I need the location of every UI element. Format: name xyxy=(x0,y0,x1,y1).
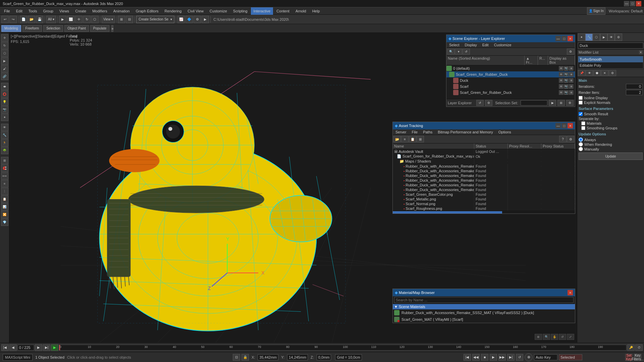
object-name-input[interactable] xyxy=(578,43,643,49)
prev-frame-btn[interactable]: ◀ xyxy=(9,344,17,351)
minimize-button[interactable]: — xyxy=(624,1,629,6)
maximize-viewport-button[interactable]: ⤢ xyxy=(567,334,574,340)
playback-next-frame[interactable]: ▶| xyxy=(507,354,515,361)
rotate-button[interactable]: ↻ xyxy=(83,16,91,23)
se-menu-display[interactable]: Display xyxy=(462,42,480,48)
link-tool[interactable]: 🔗 xyxy=(1,73,8,80)
display-panel[interactable]: 👁 xyxy=(1,124,8,131)
menu-file[interactable]: File xyxy=(1,7,13,15)
editable-poly-modifier[interactable]: Editable Poly xyxy=(578,62,643,68)
se-row-3[interactable]: Scarf 👁 📷 ❄ xyxy=(446,83,575,89)
explicit-normals-checkbox[interactable] xyxy=(579,101,583,105)
motion-panel[interactable]: 🏃 xyxy=(1,139,8,146)
at-row-img7[interactable]: ▪ Scarf_Green_BaseColor.png Found xyxy=(393,192,575,197)
at-settings-btn[interactable]: ⚙ xyxy=(567,136,574,142)
update-button[interactable]: Update xyxy=(579,153,643,160)
se-menu-customize[interactable]: Customize xyxy=(491,42,514,48)
mirror-button[interactable]: ⊟ xyxy=(126,16,133,23)
menu-content[interactable]: Content xyxy=(274,7,292,15)
scene-explorer-minimize-btn[interactable]: — xyxy=(555,36,561,41)
modify-panel-btn[interactable]: 🔧 xyxy=(585,34,593,41)
at-row-img1[interactable]: ▪ Rubber_Duck_with_Accessories_Remake_Gl… xyxy=(393,164,575,169)
at-maximize-btn[interactable]: □ xyxy=(561,123,567,128)
at-menu-file[interactable]: File xyxy=(409,129,420,135)
at-row-img8[interactable]: ▪ Scarf_Metallic.png Found xyxy=(393,197,575,201)
play-btn[interactable]: ▶ xyxy=(51,344,58,351)
turbosmooth-modifier[interactable]: TurboSmooth xyxy=(578,56,643,62)
menu-graph-editors[interactable]: Graph Editors xyxy=(133,7,161,15)
time-config-btn[interactable]: ⏱ xyxy=(635,344,643,351)
se-vis-btn-1[interactable]: 👁 xyxy=(559,72,564,77)
mb-search-input[interactable] xyxy=(394,297,574,303)
at-menu-server[interactable]: Server xyxy=(393,129,409,135)
at-close-btn[interactable]: ✕ xyxy=(568,123,573,128)
key-mode-btn[interactable]: 🔑 xyxy=(627,344,635,351)
zoom-button[interactable]: 🔍 xyxy=(543,334,550,340)
key-filters-button[interactable]: Key Filters... xyxy=(634,354,641,361)
maximize-button[interactable]: □ xyxy=(630,1,635,6)
at-row-img6[interactable]: ▪ Rubber_Duck_with_Accessories_Remake_SS… xyxy=(393,187,575,192)
hierarchy-panel-btn[interactable]: ⬡ xyxy=(593,34,600,41)
schematic[interactable]: 🔀 xyxy=(1,211,8,218)
at-row-img3[interactable]: ▪ Rubber_Duck_with_Accessories_Remake_Ov… xyxy=(393,173,575,178)
isoline-checkbox[interactable] xyxy=(579,96,583,100)
open-button[interactable]: 📂 xyxy=(28,16,35,23)
se-row-4[interactable]: Scarf_Green_for_Rubber_Duck 👁 📷 ❄ xyxy=(446,89,575,96)
always-radio[interactable] xyxy=(579,137,583,142)
select-region-button[interactable]: ⬜ xyxy=(67,16,74,23)
select-object-button[interactable]: ▶ xyxy=(59,16,66,23)
align-tool[interactable]: ≡ xyxy=(1,180,8,187)
at-minimize-btn[interactable]: — xyxy=(555,123,561,128)
modeling-tab[interactable]: Modeling xyxy=(1,25,21,32)
when-rendering-radio[interactable] xyxy=(579,142,583,146)
make-unique-btn[interactable]: ⬟ xyxy=(593,70,601,76)
menu-customize[interactable]: Customize xyxy=(207,7,230,15)
smoothing-groups-checkbox[interactable] xyxy=(581,126,585,130)
snap-toggle[interactable]: 🧲 xyxy=(1,165,8,172)
playback-btn-2[interactable]: 🔒 xyxy=(241,354,249,361)
smooth-result-checkbox[interactable] xyxy=(579,112,583,116)
playback-loop[interactable]: ↺ xyxy=(516,354,523,361)
paint-tool[interactable]: 🖌 xyxy=(1,65,8,72)
menu-group[interactable]: Group xyxy=(40,7,56,15)
at-help-btn[interactable]: ? xyxy=(559,136,567,142)
menu-interactive[interactable]: Interactive xyxy=(251,7,273,15)
at-row-img2[interactable]: ▪ Rubber_Duck_with_Accessories_Remake_No… xyxy=(393,169,575,173)
selection-tab[interactable]: Selection xyxy=(43,25,63,32)
menu-rendering[interactable]: Rendering xyxy=(162,7,184,15)
se-vis-btn-2[interactable]: 👁 xyxy=(559,78,564,83)
playback-play-fwd[interactable]: ▶ xyxy=(490,354,497,361)
toolbar-expand-button[interactable]: » xyxy=(111,25,113,32)
at-row-img5[interactable]: ▪ Rubber_Duck_with_Accessories_Remake_Sc… xyxy=(393,183,575,187)
selection-set-input[interactable] xyxy=(521,100,547,106)
array-tool[interactable]: ⋮ xyxy=(1,188,8,195)
go-to-start-btn[interactable]: |◀ xyxy=(1,344,9,351)
pan-button[interactable]: ✋ xyxy=(551,334,558,340)
create-cameras[interactable]: 📷 xyxy=(1,106,8,113)
se-render-btn-0[interactable]: 📷 xyxy=(564,66,569,71)
at-list-btn[interactable]: ≡ xyxy=(401,136,409,142)
hierarchy-panel[interactable]: 🌳 xyxy=(1,147,8,154)
menu-arnold[interactable]: Arnold xyxy=(293,7,309,15)
at-row-maps[interactable]: 📁 Maps / Shaders xyxy=(393,159,575,164)
save-button[interactable]: 💾 xyxy=(36,16,43,23)
playback-next-key[interactable]: ▶▶ xyxy=(498,354,506,361)
se-vis-btn-3[interactable]: 👁 xyxy=(559,84,564,89)
se-filter-btn[interactable]: ▾ xyxy=(455,49,462,55)
time-settings-dial[interactable]: ⊕ xyxy=(525,353,533,361)
utilities-panel[interactable]: 🔧 xyxy=(1,131,8,139)
iterations-input[interactable] xyxy=(626,84,643,89)
at-row-img4[interactable]: ▪ Rubber_Duck_with_Accessories_Remake_Sc… xyxy=(393,178,575,183)
new-scene-button[interactable]: 📄 xyxy=(20,16,27,23)
populate-tab[interactable]: Populate xyxy=(90,25,109,32)
render-setup-button[interactable]: ⚙ xyxy=(194,16,201,23)
create-selection-dropdown[interactable]: Create Selection Se ▾ xyxy=(136,16,174,23)
se-render-btn-4[interactable]: 📷 xyxy=(564,90,569,95)
menu-modifiers[interactable]: Modifiers xyxy=(90,7,110,15)
menu-create[interactable]: Create xyxy=(72,7,89,15)
move-button[interactable]: ✛ xyxy=(75,16,83,23)
undo-button[interactable]: ↩ xyxy=(1,16,9,23)
se-vis-btn-4[interactable]: 👁 xyxy=(559,90,564,95)
se-render-btn-1[interactable]: 📷 xyxy=(564,72,569,77)
se-freeze-btn-0[interactable]: ❄ xyxy=(569,66,574,71)
